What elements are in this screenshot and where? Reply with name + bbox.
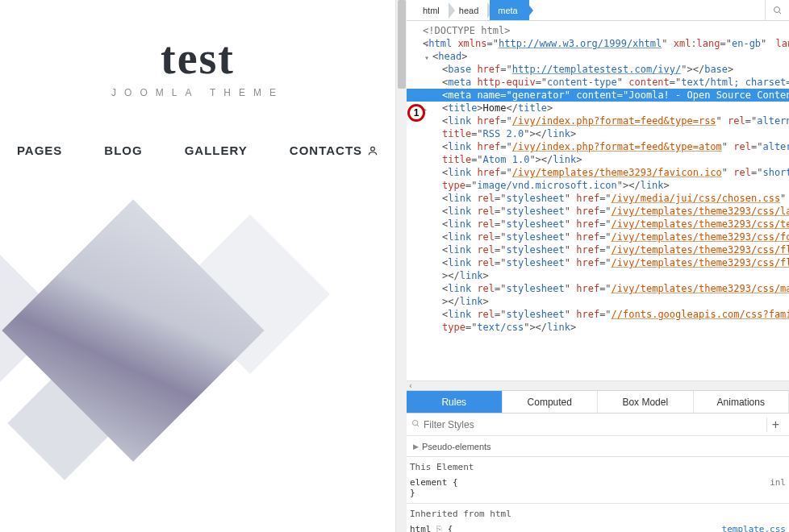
hero-image — [0, 214, 395, 472]
chevron-right-icon: ▶ — [413, 443, 419, 451]
chevron-left-icon[interactable]: ‹ — [408, 381, 413, 390]
svg-line-4 — [417, 424, 419, 426]
dom-link-atom[interactable]: <link href="/ivy/index.php?format=feed&t… — [413, 140, 789, 153]
dom-link-font[interactable]: <link rel="stylesheet" href="/ivy/templa… — [413, 231, 789, 243]
dom-doctype[interactable]: <!DOCTYPE html> — [413, 24, 789, 37]
tab-animations[interactable]: Animations — [694, 391, 790, 413]
breadcrumb-search[interactable] — [765, 0, 789, 20]
breadcrumb-head[interactable]: head — [451, 0, 490, 20]
dom-link-gfont[interactable]: <link rel="stylesheet" href="//fonts.goo… — [413, 308, 789, 321]
nav-gallery[interactable]: GALLERY — [185, 143, 248, 157]
dom-link-close[interactable]: ></link> — [413, 269, 789, 282]
devtools-panel: html head meta <!DOCTYPE html> ▾ <html x… — [407, 0, 789, 532]
dom-html-open[interactable]: ▾ <html xmlns="http://www.w3.org/1999/xh… — [413, 37, 789, 50]
dom-base[interactable]: <base href="http://templatestest.com/ivy… — [413, 63, 789, 76]
nav-contacts[interactable]: CONTACTS — [290, 143, 378, 157]
this-element-label: This Element — [407, 457, 789, 477]
tab-rules[interactable]: Rules — [407, 391, 503, 413]
element-rule[interactable]: element { inl } — [407, 477, 789, 504]
search-icon — [411, 419, 420, 430]
nav-contacts-label: CONTACTS — [290, 143, 362, 157]
dom-link-fl-i[interactable]: <link rel="stylesheet" href="/ivy/templa… — [413, 243, 789, 256]
breadcrumb-meta[interactable]: meta — [490, 0, 528, 20]
svg-point-0 — [371, 147, 375, 151]
svg-line-2 — [779, 11, 781, 14]
logo-subtitle: JOOMLA THEME — [0, 87, 395, 98]
tab-box-model[interactable]: Box Model — [598, 391, 694, 413]
filter-styles-input[interactable] — [424, 419, 766, 430]
dom-link-close2[interactable]: ></link> — [413, 295, 789, 308]
horizontal-scrollbar[interactable]: ‹ — [407, 380, 789, 390]
dom-tree[interactable]: <!DOCTYPE html> ▾ <html xmlns="http://ww… — [407, 21, 789, 379]
dom-head-open[interactable]: ▾ <head> — [413, 50, 789, 63]
dom-link-fl-b[interactable]: <link rel="stylesheet" href="/ivy/templa… — [413, 256, 789, 269]
dom-breadcrumb: html head meta — [407, 0, 789, 21]
logo-block: test JOOMLA THEME — [0, 32, 395, 98]
user-icon — [367, 145, 378, 156]
main-nav: PAGES BLOG GALLERY CONTACTS — [0, 143, 395, 157]
annotation-marker-1: 1 — [407, 104, 425, 122]
add-rule-button[interactable]: + — [766, 418, 784, 432]
tab-computed[interactable]: Computed — [503, 391, 599, 413]
svg-point-1 — [774, 6, 779, 12]
dom-meta-generator-selected[interactable]: <meta name="generator" content="Joomla! … — [407, 89, 789, 102]
html-rule[interactable]: html ⎘ { template.css font-size: 100%; — [407, 524, 789, 532]
dom-link-rss-cont[interactable]: title="RSS 2.0"></link> — [413, 127, 789, 140]
rules-tabs: Rules Computed Box Model Animations — [407, 391, 789, 414]
nav-blog[interactable]: BLOG — [104, 143, 142, 157]
filter-row: + — [407, 414, 789, 436]
dom-link-chosen[interactable]: <link rel="stylesheet" href="/ivy/media/… — [413, 192, 789, 205]
dom-link-favicon-cont[interactable]: type="image/vnd.microsoft.icon"></link> — [413, 179, 789, 192]
dom-meta-content-type[interactable]: <meta http-equiv="content-type" content=… — [413, 76, 789, 89]
vertical-scrollbar[interactable] — [395, 0, 407, 532]
search-icon — [773, 6, 783, 15]
svg-point-3 — [412, 420, 417, 425]
dom-link-mate[interactable]: <link rel="stylesheet" href="/ivy/templa… — [413, 282, 789, 295]
logo-text: test — [0, 32, 395, 84]
source-link[interactable]: template.css — [722, 524, 786, 532]
dom-title[interactable]: ▸ <title>Home</title> — [413, 102, 789, 114]
inherited-label: Inherited from html — [407, 504, 789, 524]
pseudo-elements-label: Pseudo-elements — [422, 442, 491, 451]
marker-label: 1 — [414, 107, 420, 118]
dom-link-atom-cont[interactable]: title="Atom 1.0"></link> — [413, 153, 789, 166]
dom-link-gfont-cont[interactable]: type="text/css"></link> — [413, 321, 789, 334]
website-preview: test JOOMLA THEME PAGES BLOG GALLERY CON… — [0, 0, 395, 532]
dom-link-layo[interactable]: <link rel="stylesheet" href="/ivy/templa… — [413, 205, 789, 218]
dom-link-favicon[interactable]: <link href="/ivy/templates/theme3293/fav… — [413, 166, 789, 179]
rules-panel: Rules Computed Box Model Animations + ▶ … — [407, 390, 789, 532]
dom-link-rss[interactable]: <link href="/ivy/index.php?format=feed&t… — [413, 114, 789, 127]
pseudo-elements-toggle[interactable]: ▶ Pseudo-elements — [407, 436, 789, 457]
scrollbar-thumb[interactable] — [398, 0, 406, 89]
breadcrumb-html[interactable]: html — [415, 0, 451, 20]
dom-link-temp[interactable]: <link rel="stylesheet" href="/ivy/templa… — [413, 218, 789, 231]
nav-pages[interactable]: PAGES — [17, 143, 62, 157]
